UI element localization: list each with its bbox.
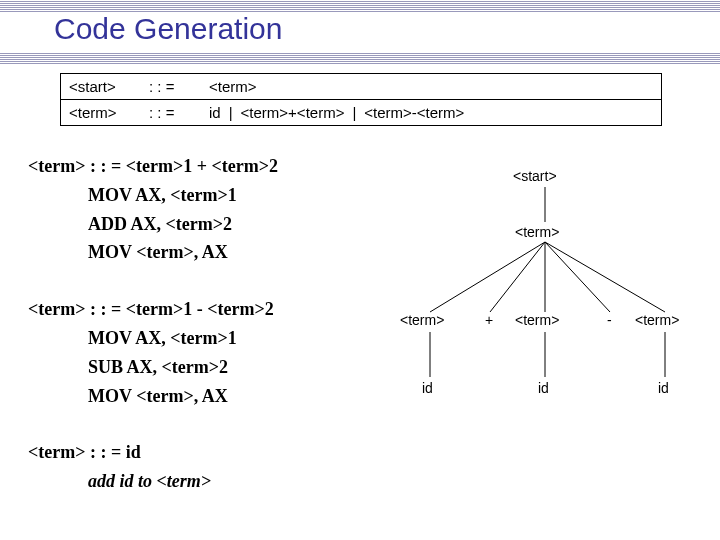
- tree-node-plus: +: [485, 312, 493, 328]
- grammar-row-start: <start> : : = <term>: [61, 74, 661, 99]
- svg-line-1: [430, 242, 545, 312]
- svg-line-4: [545, 242, 610, 312]
- tree-lines: [395, 162, 695, 442]
- tree-node-term: <term>: [515, 224, 559, 240]
- tree-node-start: <start>: [513, 168, 557, 184]
- rule-head: <term> : : = <term>1 - <term>2: [28, 295, 278, 324]
- tree-leaf-id: id: [658, 380, 669, 396]
- grammar-lhs: <term>: [69, 104, 149, 121]
- rule-line: MOV <term>, AX: [88, 382, 278, 411]
- rule-line: MOV <term>, AX: [88, 238, 278, 267]
- rule-head: <term> : : = id: [28, 438, 278, 467]
- rule-line: MOV AX, <term>1: [88, 181, 278, 210]
- grammar-alt: id: [209, 104, 221, 121]
- rule-add: <term> : : = <term>1 + <term>2 MOV AX, <…: [28, 152, 278, 267]
- grammar-op: : : =: [149, 104, 209, 121]
- tree-node-term: <term>: [635, 312, 679, 328]
- rule-sub: <term> : : = <term>1 - <term>2 MOV AX, <…: [28, 295, 278, 410]
- grammar-alt: <term>+<term>: [241, 104, 345, 121]
- rule-line: add id to <term>: [88, 467, 278, 496]
- rule-head: <term> : : = <term>1 + <term>2: [28, 152, 278, 181]
- page-title: Code Generation: [54, 12, 283, 46]
- tree-leaf-id: id: [422, 380, 433, 396]
- tree-node-term: <term>: [400, 312, 444, 328]
- rule-line: MOV AX, <term>1: [88, 324, 278, 353]
- svg-line-2: [490, 242, 545, 312]
- grammar-op: : : =: [149, 78, 209, 95]
- rule-line: ADD AX, <term>2: [88, 210, 278, 239]
- rule-line: SUB AX, <term>2: [88, 353, 278, 382]
- grammar-box: <start> : : = <term> <term> : : = id | <…: [60, 73, 662, 126]
- decor-hatch-under-title: [0, 52, 720, 64]
- grammar-row-term: <term> : : = id | <term>+<term> | <term>…: [61, 99, 661, 125]
- tree-node-minus: -: [607, 312, 612, 328]
- grammar-rhs: <term>: [209, 78, 257, 95]
- pipe-icon: |: [344, 104, 364, 121]
- tree-node-term: <term>: [515, 312, 559, 328]
- code-rules: <term> : : = <term>1 + <term>2 MOV AX, <…: [28, 152, 278, 524]
- grammar-lhs: <start>: [69, 78, 149, 95]
- tree-leaf-id: id: [538, 380, 549, 396]
- rule-id: <term> : : = id add id to <term>: [28, 438, 278, 496]
- grammar-alt: <term>-<term>: [364, 104, 464, 121]
- decor-hatch-top: [0, 0, 720, 12]
- svg-line-5: [545, 242, 665, 312]
- pipe-icon: |: [221, 104, 241, 121]
